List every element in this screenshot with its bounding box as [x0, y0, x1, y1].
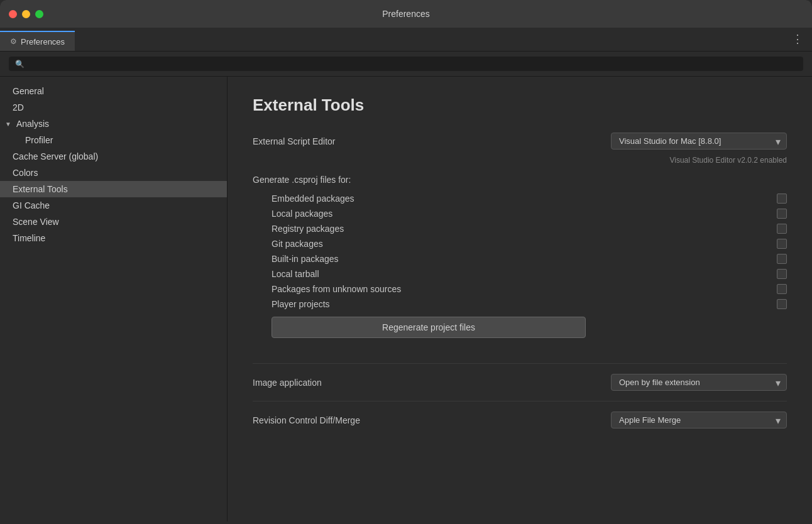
tab-more-button[interactable]: ⋮ [792, 32, 803, 46]
content-area: External Tools External Script Editor Vi… [228, 77, 812, 521]
checkbox-label-unknown: Packages from unknown sources [272, 284, 401, 294]
external-script-editor-row: External Script Editor Visual Studio for… [253, 133, 787, 150]
revision-control-label: Revision Control Diff/Merge [253, 415, 360, 425]
tab-bar: ⚙ Preferences ⋮ [0, 28, 812, 52]
tab-label: Preferences [21, 37, 65, 46]
regenerate-button[interactable]: Regenerate project files [272, 317, 586, 338]
divider-2 [253, 401, 787, 401]
chevron-down-icon: ▼ [5, 121, 11, 128]
checkbox-local[interactable] [777, 209, 787, 219]
sidebar-item-general[interactable]: General [0, 83, 227, 99]
checkbox-label-local: Local packages [272, 209, 332, 219]
checkbox-row-builtin: Built-in packages [253, 251, 787, 266]
close-button[interactable] [9, 10, 17, 18]
preferences-tab[interactable]: ⚙ Preferences [0, 31, 75, 51]
title-bar: Preferences [0, 0, 812, 28]
checkbox-git[interactable] [777, 239, 787, 249]
gear-icon: ⚙ [10, 37, 17, 46]
image-application-row: Image application Open by file extension… [253, 374, 787, 391]
sidebar: General 2D ▼ Analysis Profiler Cache Ser… [0, 77, 228, 521]
external-script-editor-dropdown-wrap: Visual Studio for Mac [8.8.0] Visual Stu… [611, 133, 787, 150]
image-application-dropdown-wrap: Open by file extension Other [611, 374, 787, 391]
minimize-button[interactable] [22, 10, 30, 18]
csproj-section: Generate .csproj files for: Embedded pac… [253, 175, 787, 351]
search-bar: 🔍 [0, 52, 812, 77]
search-input-wrap: 🔍 [9, 57, 803, 71]
checkbox-tarball[interactable] [777, 269, 787, 279]
checkbox-label-player: Player projects [272, 299, 330, 309]
checkbox-row-tarball: Local tarball [253, 266, 787, 281]
csproj-label: Generate .csproj files for: [253, 175, 787, 185]
sidebar-item-profiler[interactable]: Profiler [0, 132, 227, 148]
checkbox-builtin[interactable] [777, 254, 787, 264]
checkbox-unknown[interactable] [777, 284, 787, 294]
sidebar-item-scene-view[interactable]: Scene View [0, 214, 227, 230]
window-controls [9, 10, 43, 18]
image-application-label: Image application [253, 378, 322, 388]
section-title: External Tools [253, 96, 787, 115]
checkbox-label-registry: Registry packages [272, 224, 344, 234]
maximize-button[interactable] [35, 10, 43, 18]
divider-1 [253, 363, 787, 364]
checkbox-player[interactable] [777, 299, 787, 309]
checkbox-row-unknown: Packages from unknown sources [253, 281, 787, 297]
sidebar-item-cache-server[interactable]: Cache Server (global) [0, 148, 227, 165]
sidebar-item-colors[interactable]: Colors [0, 165, 227, 181]
image-application-dropdown[interactable]: Open by file extension Other [611, 374, 787, 391]
checkbox-row-local: Local packages [253, 206, 787, 221]
main-layout: General 2D ▼ Analysis Profiler Cache Ser… [0, 77, 812, 521]
checkbox-embedded[interactable] [777, 194, 787, 204]
sidebar-item-timeline[interactable]: Timeline [0, 230, 227, 246]
revision-control-row: Revision Control Diff/Merge Apple File M… [253, 412, 787, 428]
checkbox-row-registry: Registry packages [253, 221, 787, 236]
revision-control-dropdown-wrap: Apple File Merge Other [611, 412, 787, 428]
sidebar-item-external-tools[interactable]: External Tools [0, 181, 227, 197]
search-icon: 🔍 [15, 60, 25, 68]
checkbox-label-embedded: Embedded packages [272, 194, 354, 204]
external-script-editor-label: External Script Editor [253, 136, 336, 146]
sidebar-item-analysis[interactable]: ▼ Analysis [0, 116, 227, 132]
checkbox-label-builtin: Built-in packages [272, 254, 339, 264]
checkbox-registry[interactable] [777, 224, 787, 234]
revision-control-dropdown[interactable]: Apple File Merge Other [611, 412, 787, 428]
sidebar-item-2d[interactable]: 2D [0, 99, 227, 116]
sidebar-item-gi-cache[interactable]: GI Cache [0, 197, 227, 214]
script-editor-hint: Visual Studio Editor v2.0.2 enabled [253, 156, 787, 165]
checkbox-label-git: Git packages [272, 239, 323, 249]
checkbox-row-git: Git packages [253, 236, 787, 251]
window-title: Preferences [382, 9, 429, 19]
search-input[interactable] [28, 59, 797, 68]
checkbox-label-tarball: Local tarball [272, 269, 319, 279]
checkbox-row-player: Player projects [253, 297, 787, 312]
external-script-editor-dropdown[interactable]: Visual Studio for Mac [8.8.0] Visual Stu… [611, 133, 787, 150]
checkbox-row-embedded: Embedded packages [253, 191, 787, 206]
